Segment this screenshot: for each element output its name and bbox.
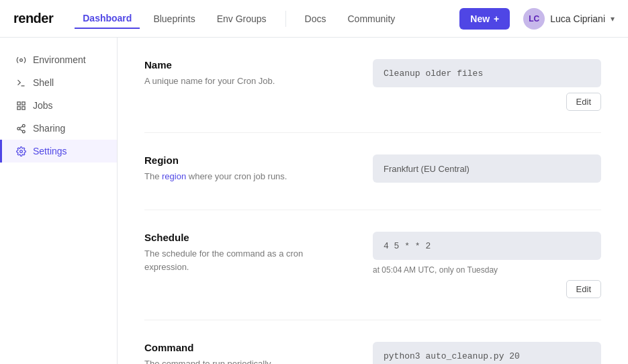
name-value: Cleanup older files bbox=[373, 59, 601, 87]
nav-divider bbox=[285, 11, 286, 27]
settings-value-command: python3 auto_cleanup.py 20 Edit bbox=[373, 342, 601, 364]
svg-rect-4 bbox=[21, 106, 24, 109]
environment-icon bbox=[15, 54, 26, 65]
sidebar-label-sharing: Sharing bbox=[33, 123, 65, 134]
sidebar-label-environment: Environment bbox=[33, 54, 86, 65]
sidebar-item-settings[interactable]: Settings bbox=[0, 140, 117, 163]
svg-rect-3 bbox=[21, 101, 24, 104]
region-value: Frankfurt (EU Central) bbox=[373, 154, 601, 183]
layout: Environment Shell Jobs Sharing Settings bbox=[0, 38, 628, 364]
nav-docs[interactable]: Docs bbox=[297, 9, 334, 28]
settings-row-name: Name A unique name for your Cron Job. Cl… bbox=[144, 59, 601, 133]
sidebar-label-settings: Settings bbox=[33, 146, 67, 156]
sidebar-label-jobs: Jobs bbox=[33, 100, 53, 111]
topnav: render Dashboard Blueprints Env Groups D… bbox=[0, 0, 628, 38]
settings-value-name: Cleanup older files Edit bbox=[373, 59, 601, 111]
jobs-icon bbox=[15, 100, 26, 111]
schedule-value: 4 5 * * 2 bbox=[373, 232, 601, 260]
logo: render bbox=[13, 11, 53, 26]
settings-row-region: Region The region where your cron job ru… bbox=[144, 154, 601, 210]
sidebar-item-jobs[interactable]: Jobs bbox=[0, 94, 117, 117]
settings-row-schedule: Schedule The schedule for the command as… bbox=[144, 232, 601, 320]
settings-row-command: Command The command to run periodically … bbox=[144, 342, 601, 364]
svg-rect-2 bbox=[17, 101, 19, 104]
chevron-down-icon: ▾ bbox=[611, 14, 615, 24]
new-button[interactable]: New + bbox=[459, 8, 510, 30]
settings-value-region: Frankfurt (EU Central) bbox=[373, 154, 601, 188]
command-value: python3 auto_cleanup.py 20 bbox=[373, 342, 601, 364]
sidebar-item-shell[interactable]: Shell bbox=[0, 71, 117, 94]
shell-icon bbox=[15, 77, 26, 88]
sidebar: Environment Shell Jobs Sharing Settings bbox=[0, 38, 118, 364]
user-area[interactable]: LC Luca Cipriani ▾ bbox=[523, 8, 615, 30]
schedule-edit-area: Edit bbox=[373, 280, 601, 298]
settings-label-schedule: Schedule The schedule for the command as… bbox=[144, 232, 373, 273]
sidebar-item-sharing[interactable]: Sharing bbox=[0, 117, 117, 140]
nav-community[interactable]: Community bbox=[339, 9, 403, 28]
svg-point-11 bbox=[19, 150, 22, 152]
svg-point-7 bbox=[17, 127, 19, 130]
svg-line-10 bbox=[19, 126, 22, 128]
nav-dashboard[interactable]: Dashboard bbox=[75, 9, 140, 29]
plus-icon: + bbox=[494, 13, 499, 24]
cron-hint: at 05:04 AM UTC, only on Tuesday bbox=[373, 265, 601, 275]
region-link[interactable]: region bbox=[162, 171, 186, 181]
sidebar-item-environment[interactable]: Environment bbox=[0, 48, 117, 71]
user-name: Luca Cipriani bbox=[550, 13, 605, 24]
sharing-icon bbox=[15, 123, 26, 134]
settings-label-region: Region The region where your cron job ru… bbox=[144, 154, 373, 183]
sidebar-label-shell: Shell bbox=[33, 77, 54, 88]
svg-line-9 bbox=[19, 129, 22, 130]
name-edit-button[interactable]: Edit bbox=[566, 93, 601, 111]
settings-icon bbox=[15, 146, 26, 156]
nav-env-groups[interactable]: Env Groups bbox=[209, 9, 275, 28]
svg-point-0 bbox=[19, 58, 22, 61]
name-edit-area: Edit bbox=[373, 93, 601, 111]
schedule-edit-button[interactable]: Edit bbox=[566, 280, 601, 298]
main-content: Name A unique name for your Cron Job. Cl… bbox=[118, 38, 628, 364]
settings-value-schedule: 4 5 * * 2 at 05:04 AM UTC, only on Tuesd… bbox=[373, 232, 601, 298]
svg-point-6 bbox=[22, 124, 25, 127]
settings-label-command: Command The command to run periodically bbox=[144, 342, 373, 364]
settings-label-name: Name A unique name for your Cron Job. bbox=[144, 59, 373, 88]
svg-rect-5 bbox=[17, 106, 19, 109]
avatar: LC bbox=[523, 8, 545, 30]
svg-point-8 bbox=[22, 130, 25, 133]
nav-blueprints[interactable]: Blueprints bbox=[145, 9, 203, 28]
